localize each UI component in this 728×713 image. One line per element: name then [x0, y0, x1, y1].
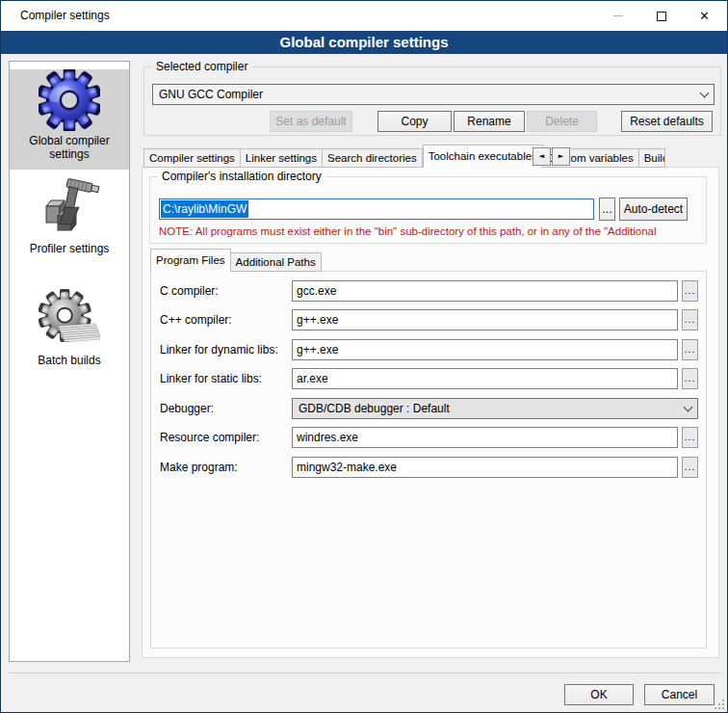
rename-button[interactable]: Rename	[454, 111, 525, 132]
close-icon: ✕	[699, 9, 710, 23]
maximize-button[interactable]	[639, 1, 683, 31]
selected-compiler-group: Selected compiler GNU GCC Compiler Set a…	[143, 66, 721, 136]
chevron-down-icon	[700, 88, 710, 97]
tab-program-files[interactable]: Program Files	[150, 249, 231, 272]
minimize-button[interactable]	[596, 1, 639, 31]
toolchain-executables-panel: Compiler's installation directory C:\ray…	[142, 167, 719, 658]
window-title: Compiler settings	[20, 1, 110, 31]
group-label: Compiler's installation directory	[158, 170, 325, 184]
compiler-select[interactable]: GNU GCC Compiler	[152, 84, 715, 105]
c-compiler-input[interactable]	[292, 280, 678, 302]
maximize-icon	[657, 12, 666, 21]
close-button[interactable]: ✕	[683, 1, 726, 31]
installation-directory-input[interactable]: C:\raylib\MinGW	[159, 198, 594, 220]
tab-scroll-left-button[interactable]: ◄	[533, 147, 551, 166]
field-label: Linker for static libs:	[160, 372, 292, 385]
cancel-button[interactable]: Cancel	[644, 684, 715, 705]
titlebar: Compiler settings ✕	[1, 1, 727, 31]
ok-button[interactable]: OK	[564, 684, 634, 705]
field-row-resource-compiler: Resource compiler: ...	[160, 427, 698, 448]
tab-search-directories[interactable]: Search directories	[323, 148, 423, 168]
field-label: C++ compiler:	[160, 313, 292, 327]
caption-buttons: ✕	[596, 1, 726, 31]
field-label: Make program:	[160, 461, 292, 474]
field-row-cpp-compiler: C++ compiler: ...	[160, 309, 698, 330]
tab-scroll-buttons: ◄ ►	[532, 147, 570, 166]
group-label: Selected compiler	[152, 60, 251, 74]
caliper-tool-icon	[39, 177, 100, 239]
field-row-static-linker: Linker for static libs: ...	[160, 368, 698, 389]
tab-scroll-right-button[interactable]: ►	[552, 147, 570, 166]
page-title: Global compiler settings	[1, 31, 727, 54]
tab-linker-settings[interactable]: Linker settings	[241, 148, 323, 168]
sidebar-item-profiler-settings[interactable]: Profiler settings	[10, 177, 129, 264]
field-row-make-program: Make program: ...	[160, 457, 698, 478]
compiler-select-value: GNU GCC Compiler	[159, 88, 701, 101]
field-row-c-compiler: C compiler: ...	[160, 280, 698, 302]
tab-toolchain-executables[interactable]: Toolchain executables	[423, 145, 543, 168]
make-program-input[interactable]	[292, 457, 678, 478]
auto-detect-button[interactable]: Auto-detect	[619, 198, 688, 221]
tab-compiler-settings[interactable]: Compiler settings	[143, 148, 241, 168]
browse-button[interactable]: ...	[682, 309, 698, 330]
installation-directory-row: C:\raylib\MinGW ... Auto-detect	[159, 198, 688, 221]
sidebar-item-global-compiler-settings[interactable]: Global compiler settings	[10, 69, 129, 170]
resource-compiler-input[interactable]	[292, 427, 678, 448]
sidebar-item-label: Global compiler settings	[10, 131, 129, 170]
delete-button[interactable]: Delete	[527, 111, 597, 132]
resize-grip[interactable]	[715, 700, 724, 709]
dialog-body: Global compiler settings	[1, 54, 727, 712]
chevron-down-icon	[684, 402, 693, 411]
gear-blue-icon	[39, 69, 100, 131]
selected-text: C:\raylib\MinGW	[161, 200, 248, 218]
compiler-settings-window: Compiler settings ✕ Global compiler sett…	[0, 0, 728, 713]
browse-button[interactable]: ...	[682, 339, 698, 360]
compiler-buttons-row: Set as default Copy Rename Delete Reset …	[152, 111, 713, 132]
browse-button[interactable]: ...	[682, 280, 698, 302]
sidebar-item-label: Profiler settings	[10, 239, 129, 264]
minimize-icon	[613, 15, 623, 16]
static-libs-linker-input[interactable]	[292, 368, 678, 389]
note-text: NOTE: All programs must exist either in …	[159, 225, 657, 237]
browse-button[interactable]: ...	[682, 457, 698, 478]
debugger-select[interactable]: GDB/CDB debugger : Default	[292, 398, 698, 419]
browse-directory-button[interactable]: ...	[599, 198, 615, 221]
tab-additional-paths[interactable]: Additional Paths	[231, 252, 322, 272]
sidebar-item-label: Batch builds	[10, 351, 129, 376]
field-row-dynamic-linker: Linker for dynamic libs: ...	[160, 339, 698, 360]
field-label: C compiler:	[160, 284, 292, 298]
reset-defaults-button[interactable]: Reset defaults	[621, 111, 713, 132]
cpp-compiler-input[interactable]	[292, 309, 678, 330]
footer-separator	[9, 673, 721, 673]
sidebar: Global compiler settings	[9, 61, 130, 662]
set-as-default-button[interactable]: Set as default	[270, 111, 352, 132]
dynamic-libs-linker-input[interactable]	[292, 339, 678, 360]
field-label: Resource compiler:	[160, 431, 292, 444]
browse-button[interactable]: ...	[682, 368, 698, 389]
sub-tab-strip: Program Files Additional Paths	[150, 249, 322, 272]
field-row-debugger: Debugger: GDB/CDB debugger : Default	[160, 398, 698, 419]
tab-strip: Compiler settings Linker settings Search…	[143, 145, 665, 168]
field-label: Debugger:	[160, 402, 292, 415]
tab-build-options[interactable]: Build options	[639, 148, 665, 168]
browse-button[interactable]: ...	[682, 427, 698, 448]
copy-button[interactable]: Copy	[377, 111, 452, 132]
installation-directory-group: Compiler's installation directory C:\ray…	[149, 176, 707, 244]
gear-paper-stack-icon	[39, 289, 100, 351]
sidebar-item-batch-builds[interactable]: Batch builds	[10, 289, 129, 376]
debugger-select-value: GDB/CDB debugger : Default	[299, 402, 685, 415]
field-label: Linker for dynamic libs:	[160, 343, 292, 356]
